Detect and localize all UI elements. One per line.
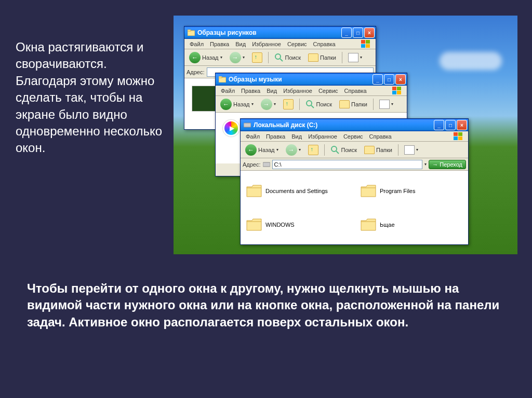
svg-rect-10 (392, 87, 396, 90)
menu-help[interactable]: Справка (341, 87, 370, 95)
menu-view[interactable]: Вид (232, 40, 249, 48)
svg-rect-12 (392, 91, 396, 94)
up-folder-icon (308, 145, 318, 155)
close-button[interactable]: × (395, 74, 406, 85)
folders-button[interactable]: Папки (362, 144, 395, 156)
folder-icon (246, 217, 262, 232)
menu-favorites[interactable]: Избранное (249, 40, 284, 48)
media-file-icon[interactable] (223, 120, 240, 136)
menu-tools[interactable]: Сервис (340, 132, 366, 141)
chevron-down-icon: ▾ (416, 147, 418, 152)
window-local-disk[interactable]: Локальный диск (C:) _ □ × Файл Правка Ви… (240, 118, 469, 245)
go-button[interactable]: → Переход (429, 160, 466, 169)
folder-icon (187, 29, 195, 37)
slide-text-left: Окна растягиваются и сворачиваются. Благ… (16, 39, 169, 157)
folders-icon (339, 100, 350, 108)
up-button[interactable] (281, 98, 296, 111)
menu-file[interactable]: Файл (187, 40, 207, 48)
windows-logo-icon (358, 39, 374, 49)
menu-tools[interactable]: Сервис (315, 87, 341, 95)
menu-file[interactable]: Файл (243, 132, 263, 141)
folder-item[interactable]: WINDOWS (246, 210, 339, 239)
search-button[interactable]: Поиск (272, 51, 303, 64)
chevron-down-icon[interactable]: ▾ (424, 162, 427, 167)
menu-edit[interactable]: Правка (207, 40, 232, 48)
up-button[interactable] (305, 143, 321, 157)
content-area[interactable]: Documents and Settings Program Files WIN… (241, 171, 468, 244)
svg-rect-17 (454, 132, 458, 136)
windows-logo-icon (389, 86, 405, 96)
forward-button[interactable]: →▾ (258, 97, 278, 112)
folder-item[interactable]: Program Files (360, 176, 454, 205)
up-button[interactable] (249, 51, 265, 64)
chevron-down-icon: ▾ (243, 55, 245, 60)
back-button[interactable]: ←Назад▾ (187, 50, 225, 65)
back-button[interactable]: ←Назад▾ (243, 143, 281, 157)
menu-file[interactable]: Файл (218, 87, 238, 95)
menu-view[interactable]: Вид (288, 132, 305, 141)
search-icon (330, 145, 340, 155)
menu-help[interactable]: Справка (366, 132, 395, 141)
divider (373, 99, 374, 110)
chevron-down-icon: ▾ (220, 55, 222, 60)
folder-item[interactable]: Documents and Settings (246, 176, 339, 205)
svg-line-7 (280, 59, 283, 61)
maximize-button[interactable]: □ (445, 120, 456, 130)
search-button[interactable]: Поиск (303, 98, 335, 111)
address-label: Адрес: (243, 161, 261, 168)
folder-icon (360, 184, 377, 198)
titlebar[interactable]: Образцы рисунков _ □ × (184, 26, 376, 39)
svg-rect-13 (397, 91, 401, 94)
svg-rect-23 (263, 162, 270, 167)
divider (342, 52, 342, 63)
views-button[interactable]: ▾ (345, 51, 365, 64)
minimize-button[interactable]: _ (373, 74, 383, 85)
menu-tools[interactable]: Сервис (284, 40, 310, 48)
windows-logo-icon (450, 131, 466, 142)
close-button[interactable]: × (364, 28, 375, 38)
address-input[interactable] (272, 160, 423, 169)
menu-view[interactable]: Вид (263, 87, 280, 95)
toolbar: ←Назад▾ →▾ Поиск Папки ▾ (184, 49, 376, 66)
folder-icon (246, 184, 262, 198)
views-button[interactable]: ▾ (377, 98, 396, 111)
window-title: Образцы рисунков (197, 29, 341, 36)
menu-help[interactable]: Справка (310, 40, 339, 48)
forward-arrow-icon: → (230, 52, 241, 63)
up-folder-icon (283, 99, 294, 109)
folder-item[interactable]: Ьщае (360, 210, 454, 239)
back-button[interactable]: ←Назад▾ (218, 97, 256, 112)
minimize-button[interactable]: _ (341, 28, 352, 38)
menu-edit[interactable]: Правка (238, 87, 263, 95)
maximize-button[interactable]: □ (353, 28, 363, 38)
menubar: Файл Правка Вид Избранное Сервис Справка (216, 86, 407, 96)
menu-favorites[interactable]: Избранное (280, 87, 315, 95)
folder-icon (360, 217, 377, 232)
divider (268, 52, 269, 63)
folder-label: Documents and Settings (265, 188, 328, 194)
back-arrow-icon: ← (220, 99, 232, 110)
close-button[interactable]: × (457, 120, 467, 130)
maximize-button[interactable]: □ (384, 74, 394, 85)
search-button[interactable]: Поиск (328, 144, 360, 156)
chevron-down-icon: ▾ (251, 102, 254, 106)
folder-icon (218, 75, 227, 84)
titlebar[interactable]: Образцы музыки _ □ × (216, 73, 407, 86)
folders-button[interactable]: Папки (337, 99, 370, 110)
forward-button[interactable]: →▾ (227, 50, 247, 65)
titlebar[interactable]: Локальный диск (C:) _ □ × (241, 119, 468, 131)
svg-point-14 (307, 101, 312, 106)
folders-icon (364, 146, 375, 154)
folders-button[interactable]: Папки (305, 52, 339, 63)
views-button[interactable]: ▾ (402, 144, 421, 156)
forward-button[interactable]: →▾ (283, 143, 303, 157)
toolbar: ←Назад▾ →▾ Поиск Папки ▾ (216, 96, 407, 113)
svg-rect-4 (361, 44, 365, 48)
chevron-down-icon: ▾ (360, 55, 362, 60)
menu-favorites[interactable]: Избранное (305, 132, 340, 141)
chevron-down-icon: ▾ (391, 102, 393, 106)
disk-icon (263, 161, 270, 168)
addressbar: Адрес: ▾ → Переход (241, 158, 468, 171)
menu-edit[interactable]: Правка (263, 132, 288, 141)
minimize-button[interactable]: _ (434, 120, 444, 130)
